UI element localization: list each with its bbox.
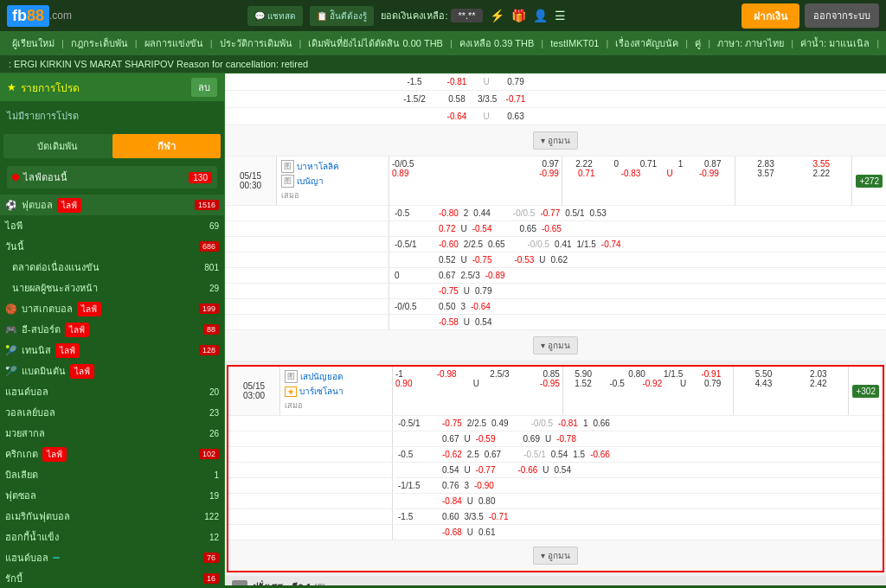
balance-value: **.** — [451, 9, 482, 22]
sidebar-item-rugby2[interactable]: รักบี้ 16 — [0, 568, 224, 585]
nav-balance[interactable]: คงเหลือ 0.39 THB — [454, 35, 540, 51]
sidebar-item-badminton[interactable]: 🏸 แบดมินตัน ไลฟ์ — [0, 361, 224, 381]
sidebar-item-futsal[interactable]: ฟุตซอล 19 — [0, 485, 224, 506]
cricket-count: 102 — [199, 449, 219, 459]
sidebar-item-billiards[interactable]: บิลเลียด 1 — [0, 464, 224, 485]
match-2-label: เสมอ — [285, 399, 388, 412]
nav-history[interactable]: ประวัติการเดิมพัน — [215, 35, 298, 51]
m1-sub-2b: 0.52 U -0.75 -0.53 U 0.62 — [225, 252, 886, 268]
deposit-button[interactable]: ฝากเงิน — [742, 3, 799, 29]
m1-1x2-v1[interactable]: 2.22 — [575, 159, 592, 169]
m1-ou-v1: 2.83 — [757, 159, 774, 169]
cricket-live-badge: ไลฟ์ — [42, 447, 67, 462]
match-2-main-row: 05/15 03:00 图 เสปนัญยอด ★ บาร์เซโลนา เสม… — [228, 367, 883, 416]
expand-btn-1[interactable]: ▾ อูกมน — [533, 336, 578, 355]
match-2-team2-row: ★ บาร์เซโลนา — [285, 385, 388, 398]
logout-button[interactable]: ออกจากระบบ — [805, 3, 879, 28]
m1s1b-v4: 0.65 — [520, 224, 536, 233]
nav-results[interactable]: ผลการแข่งขัน — [139, 35, 209, 51]
nav-rules[interactable]: กฎกระเต็บพัน — [66, 35, 133, 51]
top-row-1: -1.5 -0.81 U 0.79 — [225, 74, 886, 91]
m1-hdp: -0/0.5 — [392, 159, 414, 169]
m1s1b-v2: U — [460, 224, 466, 233]
sidebar-item-volleyball[interactable]: วอลเลย์บอล 23 — [0, 402, 224, 423]
france-collapse-btn[interactable]: − — [232, 580, 247, 586]
m1s4-hdp: -0/0.5 — [395, 302, 433, 311]
sidebar-item-handball[interactable]: แฮนด์บอล 20 — [0, 381, 224, 402]
expand-btn-2[interactable]: ▾ อูกมน — [533, 546, 578, 565]
sidebar-item-ip[interactable]: ไอพี 69 — [0, 215, 224, 236]
m1s2b-v3: -0.75 — [472, 255, 492, 265]
match-2-ou: 5.50 2.03 4.43 2.42 — [734, 367, 850, 415]
nav-register[interactable]: ผู้เรียนใหม่ — [7, 35, 60, 51]
sidebar-item-american-football[interactable]: อเมริกันฟุตบอล 122 — [0, 506, 224, 527]
nav-odds-type[interactable]: ค่าน้ำ: มาแนเนิล — [795, 35, 875, 51]
sidebar-item-market[interactable]: ตลาดต่อเนื่องแนงขัน 801 — [0, 257, 224, 278]
sidebar-basketball-label: บาสเกตบอล — [22, 301, 73, 316]
user-icon: 👤 — [533, 9, 548, 22]
m1-1x2-r2: -0.83 — [621, 169, 641, 178]
hockey-count: 12 — [209, 533, 219, 542]
sidebar-promo-delete-btn[interactable]: ลบ — [191, 78, 217, 97]
nav-account[interactable]: testIMKT01 — [545, 38, 604, 48]
billiards-count: 1 — [214, 470, 219, 480]
m1s3b-v3: 0.79 — [475, 286, 491, 296]
m1s2-v1: -0.60 — [439, 240, 459, 249]
m2s1-v1: -0.75 — [442, 419, 462, 428]
m1s2-v4: 0.41 — [555, 240, 571, 249]
sidebar-item-winner[interactable]: นายผลผู้ชนะล่วงหน้า 29 — [0, 278, 224, 298]
match-2-team1[interactable]: เสปนัญยอด — [300, 370, 343, 383]
m2-sub-3b: -0.84 U 0.80 — [228, 494, 883, 509]
sidebar-live-label-wrap: ไลฟ์ตอนนี้ — [12, 169, 67, 185]
tr2b-u: U — [478, 112, 495, 121]
chat-button[interactable]: 💬 แชทสด — [247, 6, 303, 26]
m2s3-v2: 3 — [464, 481, 469, 490]
sidebar-item-boxing[interactable]: มวยสากล 26 — [0, 423, 224, 444]
news-label: อัินดีต้องรู้ — [330, 10, 367, 22]
nav-pending[interactable]: เดิมพันที่ยังไม่ได้ตัดสิน 0.00 THB — [303, 35, 448, 51]
sidebar-live-now-row[interactable]: ไลฟ์ตอนนี้ 130 — [7, 166, 217, 189]
sidebar-rugby-label: แฮนด์บอล — [5, 550, 48, 566]
balance-label: ยอดเงินคงเหลือ: — [381, 8, 447, 23]
m1s3-v3: -0.89 — [485, 271, 505, 280]
m1-sub-3: 0 0.67 2.5/3 -0.89 — [225, 268, 886, 284]
sidebar-item-rugby[interactable]: แฮนด์บอล 76 — [0, 547, 224, 568]
sidebar-sports-list: ⚽ ฟุตบอล ไลฟ์ 1516 ไอพี 69 วันนี้ 686 — [0, 195, 224, 585]
sidebar-item-today[interactable]: วันนี้ 686 — [0, 236, 224, 257]
m2s2b-v5: U — [543, 465, 549, 475]
live-now-count: 130 — [189, 172, 212, 183]
tab-bet-button[interactable]: บัตเดิมพัน — [3, 134, 112, 158]
sidebar-item-football[interactable]: ⚽ ฟุตบอล ไลฟ์ 1516 — [0, 195, 224, 215]
match-2-plus-btn[interactable]: +302 — [852, 385, 879, 398]
m1s1-v2: 2 — [464, 208, 469, 218]
sidebar-hockey-label: ฮอกกี้น้ำแข็ง — [5, 529, 59, 545]
tab-game-button[interactable]: กีฬา — [112, 134, 222, 158]
m1-v1[interactable]: 0.97 — [542, 159, 558, 169]
m1s1-v3: 0.44 — [473, 208, 490, 218]
m2-1x2-v10: 0.79 — [704, 379, 721, 388]
nav-important[interactable]: เรื่องสาคัญบนัค — [610, 35, 684, 51]
match-group-2-highlighted: 05/15 03:00 图 เสปนัญยอด ★ บาร์เซโลนา เสม… — [227, 365, 884, 572]
match-1-plus-btn[interactable]: +272 — [856, 175, 883, 188]
m1s2-hdp: -0.5/1 — [395, 240, 433, 249]
match-1-team1[interactable]: บาหาโลลิค — [297, 160, 339, 173]
match-1-team2[interactable]: เบนัญา — [297, 175, 324, 188]
futsal-count: 19 — [209, 491, 219, 501]
sidebar-item-basketball[interactable]: 🏀 บาสเกตบอล ไลฟ์ 199 — [0, 298, 224, 319]
tr2-frac: 3/3.5 — [478, 94, 495, 104]
news-button[interactable]: 📋 อัินดีต้องรู้ — [310, 6, 374, 26]
expand-btn-top[interactable]: ▾ อูกมน — [533, 131, 578, 150]
sidebar-item-esport[interactable]: 🎮 อี-สปอร์ต ไลฟ์ 88 — [0, 319, 224, 340]
nav-pair[interactable]: คู่ — [690, 35, 706, 51]
m2s4b-v2: U — [467, 527, 473, 537]
match-2-team2[interactable]: บาร์เซโลนา — [299, 385, 343, 398]
m1s1-hdp: -0.5 — [395, 208, 433, 218]
sidebar-item-cricket[interactable]: คริกเกต ไลฟ์ 102 — [0, 444, 224, 464]
sidebar-item-tennis[interactable]: 🎾 เทนนิส ไลฟ์ 128 — [0, 340, 224, 361]
m1-v3[interactable]: 0.89 — [392, 169, 408, 178]
nav-lang[interactable]: ภาษา: ภาษาไทย — [712, 35, 789, 51]
sidebar-esport-label: อี-สปอร์ต — [22, 322, 61, 337]
m1-1x2-v2[interactable]: 0 — [613, 159, 619, 169]
top-nav: fb88 .com 💬 แชทสด 📋 อัินดีต้องรู้ ยอดเงิ… — [0, 0, 886, 31]
sidebar-item-hockey[interactable]: ฮอกกี้น้ำแข็ง 12 — [0, 527, 224, 547]
